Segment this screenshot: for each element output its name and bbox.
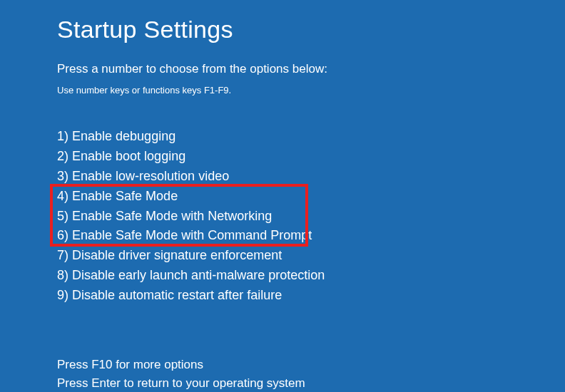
option-number: 6)	[57, 228, 68, 242]
hint-text: Use number keys or functions keys F1-F9.	[57, 85, 565, 96]
option-label: Enable Safe Mode with Networking	[72, 209, 272, 223]
return-hint: Press Enter to return to your operating …	[57, 374, 565, 392]
option-number: 7)	[57, 248, 68, 262]
option-label: Enable Safe Mode with Command Prompt	[72, 228, 312, 242]
option-label: Disable early launch anti-malware protec…	[72, 268, 325, 282]
page-title: Startup Settings	[57, 16, 565, 43]
option-3[interactable]: 3) Enable low-resolution video	[57, 167, 565, 187]
option-5[interactable]: 5) Enable Safe Mode with Networking	[57, 207, 565, 227]
option-label: Enable boot logging	[72, 149, 185, 163]
option-label: Enable Safe Mode	[72, 189, 178, 203]
option-label: Disable automatic restart after failure	[72, 288, 282, 302]
option-1[interactable]: 1) Enable debugging	[57, 127, 565, 147]
option-number: 2)	[57, 149, 68, 163]
options-list: 1) Enable debugging 2) Enable boot loggi…	[57, 127, 565, 306]
option-number: 8)	[57, 268, 68, 282]
option-2[interactable]: 2) Enable boot logging	[57, 147, 565, 167]
option-label: Enable low-resolution video	[72, 169, 229, 183]
option-label: Disable driver signature enforcement	[72, 248, 282, 262]
option-4[interactable]: 4) Enable Safe Mode	[57, 187, 565, 207]
option-6[interactable]: 6) Enable Safe Mode with Command Prompt	[57, 226, 565, 246]
option-number: 1)	[57, 129, 68, 143]
more-options-hint: Press F10 for more options	[57, 356, 565, 374]
option-7[interactable]: 7) Disable driver signature enforcement	[57, 246, 565, 266]
option-8[interactable]: 8) Disable early launch anti-malware pro…	[57, 266, 565, 286]
option-number: 4)	[57, 189, 68, 203]
option-number: 9)	[57, 288, 68, 302]
footer-instructions: Press F10 for more options Press Enter t…	[57, 356, 565, 392]
option-number: 3)	[57, 169, 68, 183]
instruction-text: Press a number to choose from the option…	[57, 62, 565, 76]
option-label: Enable debugging	[72, 129, 175, 143]
option-number: 5)	[57, 209, 68, 223]
option-9[interactable]: 9) Disable automatic restart after failu…	[57, 286, 565, 306]
